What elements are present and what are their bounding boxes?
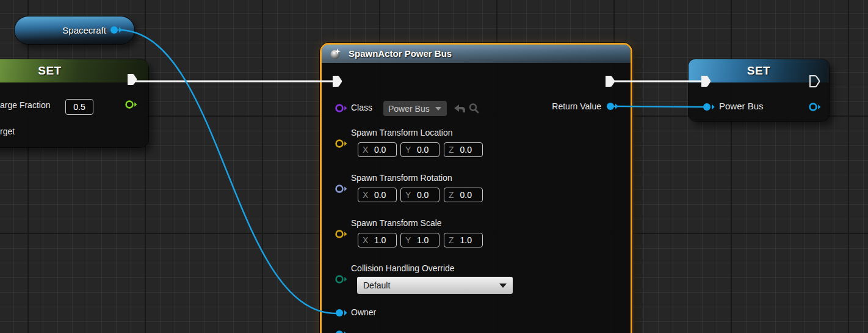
class-search-icon[interactable] xyxy=(468,103,479,114)
spawn-node-title: SpawnActor Power Bus xyxy=(349,45,452,63)
spawn-transform-scale-label: Spawn Transform Scale xyxy=(351,218,442,228)
power-bus-label: Power Bus xyxy=(719,101,764,111)
dropdown-arrow-icon xyxy=(499,284,507,288)
scale-z-field[interactable]: Z 1.0 xyxy=(444,233,483,247)
charge-fraction-output-pin[interactable] xyxy=(125,100,138,109)
rotation-z-field[interactable]: Z 0.0 xyxy=(444,188,483,202)
charge-fraction-label: arge Fraction xyxy=(0,100,50,110)
data-wire-spacecraft-to-owner[interactable] xyxy=(118,30,336,313)
collision-handling-override-label: Collision Handling Override xyxy=(351,263,455,273)
rotation-x-field[interactable]: X 0.0 xyxy=(358,188,397,202)
dropdown-arrow-icon xyxy=(435,107,441,111)
spawn-transform-scale-pin[interactable] xyxy=(335,229,348,239)
instigator-input-pin[interactable] xyxy=(335,329,348,333)
graph-canvas[interactable]: Spacecraft SET arge Fraction 0.5 rget xyxy=(0,0,868,333)
exec-output-pin[interactable] xyxy=(126,73,138,86)
collision-handling-dropdown[interactable]: Default xyxy=(357,277,513,294)
exec-input-pin[interactable] xyxy=(700,75,712,88)
exec-output-pin[interactable] xyxy=(808,75,820,88)
node-set-power-bus[interactable]: SET Power Bus xyxy=(689,59,829,121)
reset-to-default-icon[interactable] xyxy=(454,104,466,113)
spawn-transform-rotation-label: Spawn Transform Rotation xyxy=(351,173,452,183)
collision-dropdown-value: Default xyxy=(363,280,390,290)
class-input-pin[interactable] xyxy=(335,103,348,113)
power-bus-output-pin[interactable] xyxy=(808,102,822,112)
spawn-transform-location-pin[interactable] xyxy=(335,139,348,148)
class-dropdown-value: Power Bus xyxy=(388,104,430,114)
target-label: rget xyxy=(0,126,15,136)
charge-fraction-value-field[interactable]: 0.5 xyxy=(65,99,93,115)
power-bus-input-pin[interactable] xyxy=(702,102,715,112)
location-z-field[interactable]: Z 0.0 xyxy=(444,142,483,157)
exec-output-pin[interactable] xyxy=(604,75,616,88)
location-y-field[interactable]: Y 0.0 xyxy=(400,142,439,157)
class-label: Class xyxy=(351,103,372,112)
owner-label: Owner xyxy=(351,307,376,317)
node-set-charge-fraction[interactable]: SET arge Fraction 0.5 rget xyxy=(0,59,148,147)
node-spacecraft-getter[interactable]: Spacecraft xyxy=(15,16,134,44)
node-spawn-actor-power-bus[interactable]: SpawnActor Power Bus Class Power Bus Ret… xyxy=(320,43,632,333)
location-x-field[interactable]: X 0.0 xyxy=(358,142,397,157)
spawn-transform-rotation-pin[interactable] xyxy=(335,184,348,194)
collision-handling-override-pin[interactable] xyxy=(335,274,348,284)
spawn-transform-location-label: Spawn Transform Location xyxy=(351,128,453,137)
exec-input-pin[interactable] xyxy=(331,75,343,88)
scale-x-field[interactable]: X 1.0 xyxy=(358,233,397,247)
rotation-y-field[interactable]: Y 0.0 xyxy=(400,188,439,202)
class-dropdown[interactable]: Power Bus xyxy=(383,101,447,116)
spawn-actor-icon xyxy=(330,48,341,60)
return-value-label: Return Value xyxy=(523,101,601,111)
return-value-output-pin[interactable] xyxy=(606,101,619,111)
variable-name-label: Spacecraft xyxy=(15,16,106,44)
scale-y-field[interactable]: Y 1.0 xyxy=(400,233,439,247)
spacecraft-output-pin[interactable] xyxy=(109,25,123,35)
owner-input-pin[interactable] xyxy=(335,308,348,318)
